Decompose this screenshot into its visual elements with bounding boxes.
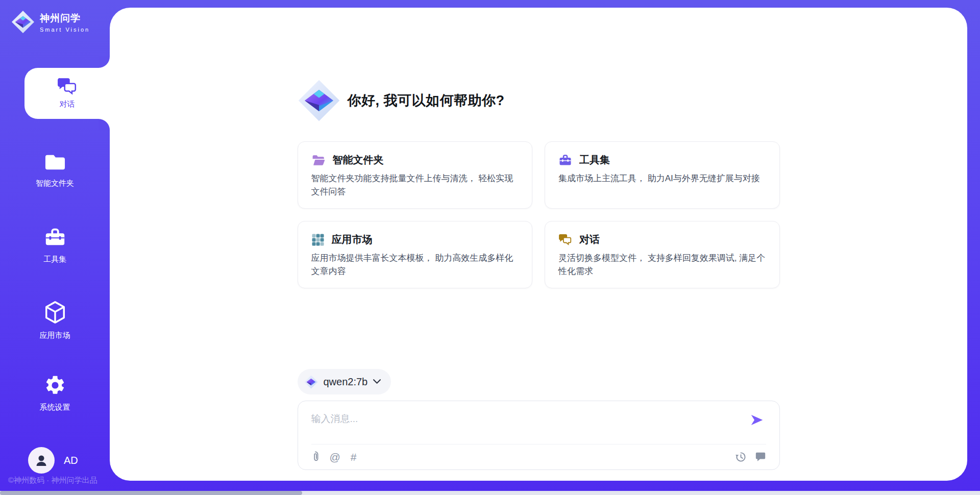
- card-app-market[interactable]: 应用市场 应用市场提供丰富长文本模板， 助力高效生成多样化文章内容: [298, 221, 533, 288]
- cube-icon: [43, 300, 67, 325]
- feedback-icon[interactable]: [755, 451, 766, 462]
- card-title: 应用市场: [332, 233, 373, 246]
- app-tagline: Smart Vision: [40, 27, 90, 33]
- folder-open-icon: [311, 154, 326, 166]
- card-description: 智能文件夹功能支持批量文件上传与清洗， 轻松实现文件问答: [311, 172, 519, 198]
- greeting-title: 你好, 我可以如何帮助你?: [348, 91, 505, 110]
- send-icon: [749, 412, 765, 428]
- topic-icon[interactable]: #: [351, 452, 357, 462]
- model-name: qwen2:7b: [324, 376, 368, 388]
- card-toolkit[interactable]: 工具集 集成市场上主流工具， 助力AI与外界无缝扩展与对接: [545, 141, 780, 209]
- sidebar: 神州问学 Smart Vision 对话 智能文件夹 工具集: [0, 0, 110, 495]
- app-logo-icon: [11, 10, 35, 34]
- toolbox-icon: [558, 154, 572, 166]
- card-title: 工具集: [579, 153, 610, 167]
- footer-credit: ©神州数码 · 神州问学出品: [8, 476, 97, 485]
- toolbox-icon: [43, 226, 67, 249]
- model-selector[interactable]: qwen2:7b: [298, 369, 391, 394]
- chat-bubbles-icon: [558, 234, 572, 246]
- sidebar-item-app-market[interactable]: 应用市场: [0, 300, 110, 340]
- card-title: 对话: [579, 233, 600, 246]
- gear-icon: [44, 374, 66, 397]
- send-button[interactable]: [748, 411, 766, 430]
- message-input[interactable]: [298, 401, 779, 439]
- card-title: 智能文件夹: [333, 153, 384, 167]
- model-logo-icon: [304, 375, 318, 389]
- hero-logo-icon: [298, 79, 340, 122]
- attachment-icon[interactable]: [311, 451, 320, 463]
- card-chat[interactable]: 对话 灵活切换多模型文件， 支持多样回复效果调试, 满足个性化需求: [545, 221, 780, 288]
- sidebar-item-label: 系统设置: [0, 403, 110, 412]
- avatar: [28, 447, 55, 474]
- person-icon: [34, 453, 49, 468]
- chevron-down-icon: [373, 379, 381, 384]
- history-icon[interactable]: [735, 451, 747, 463]
- app-logo: 神州问学 Smart Vision: [11, 10, 90, 34]
- grid-icon: [311, 233, 325, 246]
- user-avatar[interactable]: AD: [28, 447, 78, 474]
- card-description: 集成市场上主流工具， 助力AI与外界无缝扩展与对接: [558, 172, 766, 185]
- horizontal-scrollbar-track: [0, 491, 980, 495]
- composer-divider: [311, 444, 766, 444]
- sidebar-item-label: 对话: [60, 100, 75, 109]
- sidebar-item-smart-folder[interactable]: 智能文件夹: [0, 152, 110, 188]
- sidebar-item-toolkit[interactable]: 工具集: [0, 226, 110, 264]
- tab-fillet-top: [99, 57, 110, 68]
- card-description: 应用市场提供丰富长文本模板， 助力高效生成多样化文章内容: [311, 252, 519, 278]
- card-smart-folder[interactable]: 智能文件夹 智能文件夹功能支持批量文件上传与清洗， 轻松实现文件问答: [298, 141, 533, 209]
- sidebar-item-label: 智能文件夹: [0, 179, 110, 188]
- sidebar-item-label: 应用市场: [0, 331, 110, 340]
- message-composer: @ #: [298, 401, 780, 470]
- chat-bubbles-icon: [57, 78, 78, 96]
- sidebar-item-label: 工具集: [0, 255, 110, 264]
- hero: 你好, 我可以如何帮助你?: [298, 79, 780, 122]
- card-description: 灵活切换多模型文件， 支持多样回复效果调试, 满足个性化需求: [558, 252, 766, 278]
- horizontal-scrollbar[interactable]: [0, 491, 302, 495]
- user-initials: AD: [64, 455, 78, 466]
- feature-cards: 智能文件夹 智能文件夹功能支持批量文件上传与清洗， 轻松实现文件问答 工具集 集…: [298, 141, 780, 288]
- folder-icon: [43, 152, 67, 172]
- sidebar-item-chat[interactable]: 对话: [24, 68, 110, 119]
- app-name: 神州问学: [40, 12, 90, 25]
- mention-icon[interactable]: @: [330, 452, 340, 462]
- tab-fillet-bottom: [99, 119, 110, 130]
- sidebar-item-settings[interactable]: 系统设置: [0, 374, 110, 412]
- main-panel: 你好, 我可以如何帮助你? 智能文件夹 智能文件夹功能支持批量文件上传与清洗， …: [110, 8, 967, 481]
